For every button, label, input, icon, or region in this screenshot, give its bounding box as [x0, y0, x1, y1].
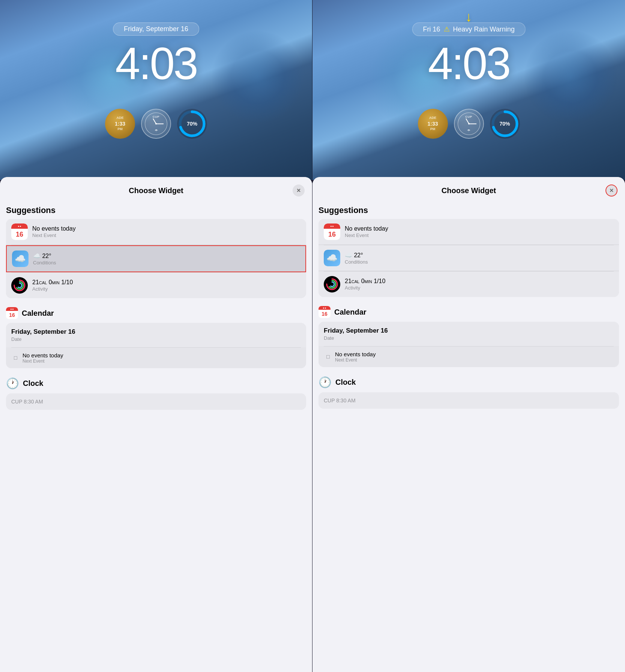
right-suggestions-list: 16 No events today Next Event ☁️ ☁️ 2: [319, 219, 619, 297]
right-weather-icon: ☁️: [324, 250, 340, 266]
left-activity-suggestion[interactable]: 21CAL 0MIN 1/10 Activity: [6, 273, 306, 298]
left-sheet-header: Choose Widget ✕: [0, 177, 312, 202]
right-ade-label: ADE: [429, 116, 436, 120]
right-date-pill: Fri 16 ⚠ Heavy Rain Warning: [412, 22, 525, 36]
left-clock-widget-text: CUP 8:30 AM: [11, 399, 43, 405]
left-cal-category-icon: 16: [6, 307, 18, 319]
right-weather-title: ☁️ 22°: [345, 252, 614, 259]
right-clock-widget: CUP ☂: [454, 109, 484, 139]
right-cal-event-title: No events today: [335, 351, 614, 357]
right-sheet-content: Suggestions 16 No events today Next Even…: [312, 202, 625, 672]
right-ade-widget: ADE 1:33 PM: [418, 109, 448, 139]
right-cal-event-widget[interactable]: ☐ No events today Next Event: [319, 346, 619, 367]
left-cal-event-text: No events today Next Event: [23, 352, 301, 364]
right-clock-widget-box[interactable]: CUP 8:30 AM: [319, 392, 619, 409]
svg-point-9: [330, 282, 334, 286]
left-activity-subtitle: Activity: [32, 286, 301, 292]
left-close-icon: ✕: [296, 188, 301, 194]
svg-point-4: [17, 283, 22, 288]
left-cal-event-icon: ☐: [11, 354, 20, 362]
left-clock-category-header: 🕐 Clock: [6, 377, 306, 390]
right-calendar-suggestion[interactable]: 16 No events today Next Event: [319, 219, 619, 245]
left-ring-svg: [177, 109, 207, 139]
left-calendar-suggestion[interactable]: 16 No events today Next Event: [6, 219, 306, 245]
left-sheet-title: Choose Widget: [20, 186, 293, 195]
right-activity-suggestion[interactable]: 21CAL 0MIN 1/10 Activity: [319, 272, 619, 297]
right-calendar-text: No events today Next Event: [345, 225, 614, 238]
left-weather-text: ☁️ 22° Conditions: [33, 252, 300, 266]
right-calendar-title: No events today: [345, 225, 614, 232]
left-cup-label: CUP: [153, 115, 159, 118]
right-activity-subtitle: Activity: [345, 285, 614, 291]
left-clock-section: 🕐 Clock CUP 8:30 AM: [6, 377, 306, 410]
right-widgets-row: ADE 1:33 PM CUP ☂ 70%: [418, 109, 520, 139]
left-clock-widget: CUP ☂: [141, 109, 171, 139]
left-calendar-icon: 16: [11, 224, 28, 240]
right-cal-event-icon: ☐: [324, 353, 332, 361]
right-sheet-title: Choose Widget: [332, 186, 605, 195]
left-activity-title: 21CAL 0MIN 1/10: [32, 279, 301, 286]
right-clock-widget-text: CUP 8:30 AM: [324, 398, 356, 404]
left-activity-icon: [11, 277, 28, 294]
left-min-hand: [156, 123, 164, 124]
left-cal-event-subtitle: Next Event: [23, 358, 301, 364]
left-ade-meridiem: PM: [117, 127, 123, 132]
left-clock-center: [155, 123, 157, 124]
left-sheet-content: Suggestions 16 No events today Next Even…: [0, 202, 312, 672]
left-widgets-row: ADE 1:33 PM CUP ☂ 70%: [105, 109, 207, 139]
right-clock-category-header: 🕐 Clock: [319, 376, 619, 388]
right-calendar-section: 16 Calendar Friday, September 16 Date ☐ …: [319, 306, 619, 367]
right-calendar-category-title: Calendar: [334, 308, 367, 316]
right-clock-face: CUP ☂: [458, 112, 480, 135]
right-date-text: Fri 16 ⚠ Heavy Rain Warning: [423, 26, 514, 33]
right-lock-bg: ↓ Fri 16 ⚠ Heavy Rain Warning 4:03 ADE 1…: [312, 0, 625, 180]
left-cal-date-widget[interactable]: Friday, September 16 Date: [6, 323, 306, 347]
right-calendar-icon: 16: [324, 224, 340, 240]
left-weather-suggestion[interactable]: ☁️ ☁️ 22° Conditions: [6, 245, 306, 272]
left-cal-date: Friday, September 16: [11, 328, 301, 336]
right-warning-icon: ⚠: [443, 26, 449, 33]
left-cal-event-title: No events today: [23, 352, 301, 358]
left-ring-widget: 70%: [177, 109, 207, 139]
left-cal-widgets: Friday, September 16 Date ☐ No events to…: [6, 323, 306, 368]
right-sheet-header: Choose Widget ✕: [312, 177, 625, 202]
left-calendar-title: No events today: [32, 225, 301, 232]
left-weather-icon: ☁️: [12, 250, 29, 267]
left-cal-date-label: Date: [11, 336, 301, 342]
right-cal-date-label: Date: [324, 335, 614, 341]
left-clock-category-icon: 🕐: [6, 377, 19, 390]
right-close-button[interactable]: ✕: [605, 184, 617, 196]
left-date-text: Friday, September 16: [124, 25, 188, 33]
right-cal-date: Friday, September 16: [324, 327, 614, 334]
left-suggestions-label: Suggestions: [6, 206, 306, 215]
right-weather-subtitle: Conditions: [345, 259, 614, 265]
right-suggestions-label: Suggestions: [319, 206, 619, 215]
left-cal-event-widget[interactable]: ☐ No events today Next Event: [6, 348, 306, 368]
left-ade-label: ADE: [116, 116, 123, 120]
right-clock-section: 🕐 Clock CUP 8:30 AM: [319, 376, 619, 409]
right-cal-event-text: No events today Next Event: [335, 351, 614, 363]
right-cup-label: CUP: [465, 115, 472, 118]
right-activity-title: 21CAL 0MIN 1/10: [345, 278, 614, 285]
right-calendar-subtitle: Next Event: [345, 232, 614, 238]
right-clock-category-icon: 🕐: [319, 376, 332, 388]
left-calendar-category-title: Calendar: [22, 309, 54, 318]
right-phone-panel: ↓ Fri 16 ⚠ Heavy Rain Warning 4:03 ADE 1…: [312, 0, 625, 672]
left-clock-time: 4:03: [115, 38, 197, 89]
left-suggestions-list: 16 No events today Next Event ☁️ ☁️ 2: [6, 219, 306, 298]
right-activity-text: 21CAL 0MIN 1/10 Activity: [345, 278, 614, 291]
right-clock-time: 4:03: [428, 38, 510, 89]
right-activity-icon: [324, 276, 340, 292]
left-close-button[interactable]: ✕: [293, 184, 305, 196]
right-cal-date-widget[interactable]: Friday, September 16 Date: [319, 322, 619, 346]
left-weather-subtitle: Conditions: [33, 260, 300, 266]
right-weather-suggestion[interactable]: ☁️ ☁️ 22° Conditions: [319, 245, 619, 271]
left-clock-face: CUP ☂: [145, 112, 167, 135]
right-cal-widgets: Friday, September 16 Date ☐ No events to…: [319, 322, 619, 367]
right-ring-widget: 70%: [490, 109, 520, 139]
right-weather-text: ☁️ 22° Conditions: [345, 252, 614, 265]
left-bottom-sheet: Choose Widget ✕ Suggestions 16: [0, 177, 312, 672]
left-clock-widget-box[interactable]: CUP 8:30 AM: [6, 393, 306, 410]
left-ade-time: 1:33: [115, 120, 125, 127]
right-cal-category-icon: 16: [319, 306, 331, 318]
